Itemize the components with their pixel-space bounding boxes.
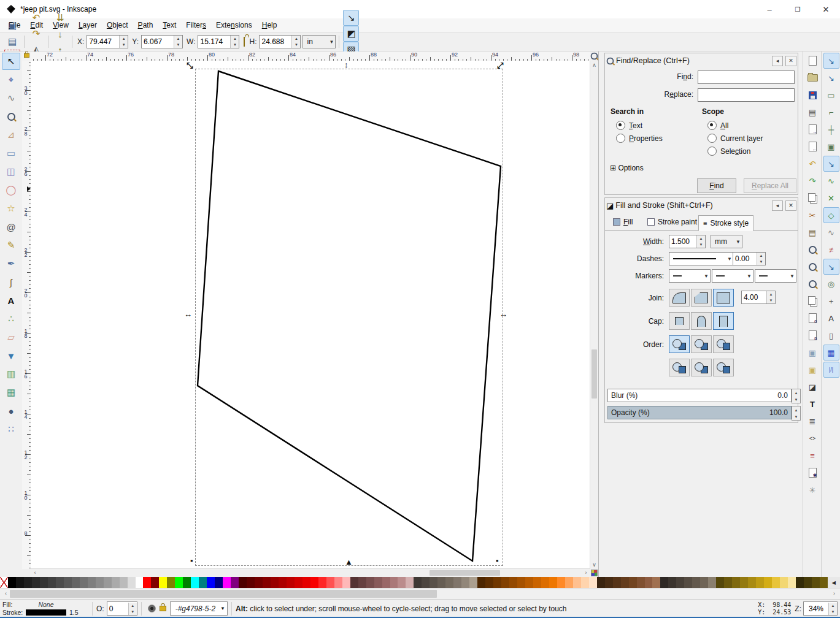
print-document[interactable]: ▤: [804, 104, 820, 120]
palette-swatch[interactable]: [350, 577, 358, 588]
palette-scroll-thumb[interactable]: [10, 590, 437, 598]
handle-scale-w[interactable]: ↔: [184, 311, 192, 318]
vertical-ruler[interactable]: 30282624222018161412108: [22, 61, 31, 569]
palette-swatch[interactable]: [64, 577, 72, 588]
eraser-tool[interactable]: ▱: [2, 329, 20, 346]
palette-swatch[interactable]: [279, 577, 287, 588]
snap-bbox-centers[interactable]: ▣: [823, 139, 839, 154]
palette-swatch[interactable]: [382, 577, 390, 588]
group-objects[interactable]: ▣: [804, 345, 820, 360]
duplicate[interactable]: [804, 293, 820, 309]
miter-limit-spinbox[interactable]: ▲▼: [741, 291, 776, 304]
palette-swatch[interactable]: [652, 577, 660, 588]
palette-swatch[interactable]: [597, 577, 605, 588]
palette-swatch[interactable]: [621, 577, 629, 588]
palette-scroll-left[interactable]: ‹: [2, 590, 10, 597]
palette-swatch[interactable]: [8, 577, 16, 588]
snap-bbox-corners[interactable]: ⌐: [823, 104, 839, 120]
zoom-to-page[interactable]: [804, 276, 820, 292]
palette-swatch[interactable]: [820, 577, 828, 588]
vertical-scroll-thumb[interactable]: [591, 349, 597, 399]
palette-swatch[interactable]: [437, 577, 445, 588]
palette-swatch[interactable]: [676, 577, 684, 588]
unlink-clone[interactable]: a: [804, 327, 820, 343]
create-clone[interactable]: a: [804, 310, 820, 326]
palette-swatch[interactable]: [485, 577, 493, 588]
lower-to-bottom[interactable]: ⇊: [52, 10, 68, 26]
open-document[interactable]: [804, 70, 820, 86]
palette-swatch[interactable]: [406, 577, 414, 588]
find-input[interactable]: [698, 71, 795, 84]
handle-scale-e[interactable]: ↔: [499, 311, 507, 318]
panel-collapse-button[interactable]: ◂: [772, 200, 783, 211]
calligraphy-tool[interactable]: ʃ: [2, 273, 20, 291]
palette-swatch[interactable]: [724, 577, 732, 588]
snap-to-paths[interactable]: ∿: [823, 173, 839, 189]
tab-fill[interactable]: Fill: [609, 215, 637, 229]
scroll-up-arrow[interactable]: ∧: [590, 62, 598, 68]
palette-swatch[interactable]: [342, 577, 350, 588]
palette-swatch[interactable]: [263, 577, 271, 588]
palette-swatch[interactable]: [183, 577, 191, 588]
join-miter-button[interactable]: [713, 289, 734, 307]
snap-bbox-edge-midpoints[interactable]: ┼: [823, 121, 839, 137]
w-input[interactable]: [198, 36, 230, 47]
palette-swatch[interactable]: [740, 577, 748, 588]
cap-butt-button[interactable]: [669, 312, 690, 330]
snap-cusp-nodes[interactable]: ◇: [823, 207, 839, 223]
palette-swatch[interactable]: [366, 577, 374, 588]
snap-path-intersections[interactable]: ✕: [823, 190, 839, 206]
radio-scope-all[interactable]: All: [707, 121, 728, 130]
palette-swatch[interactable]: [573, 577, 581, 588]
undo[interactable]: ↶: [804, 156, 820, 172]
snap-other-points[interactable]: ↘: [823, 259, 839, 275]
eyedropper-tool[interactable]: ●: [2, 402, 20, 419]
snap-nodes-paths-handles[interactable]: ↘: [823, 156, 839, 172]
palette-swatch[interactable]: [756, 577, 764, 588]
palette-swatch[interactable]: [390, 577, 398, 588]
handle-rotate-ne[interactable]: ⤢: [497, 62, 503, 69]
document-properties[interactable]: ✱: [804, 465, 820, 481]
h-input[interactable]: [260, 36, 291, 47]
handle-rotate-se[interactable]: ▪: [496, 557, 499, 565]
palette-swatch[interactable]: [788, 577, 796, 588]
palette-swatch[interactable]: [764, 577, 772, 588]
palette-swatch[interactable]: [509, 577, 517, 588]
opacity-spinner[interactable]: ▲▼: [792, 406, 801, 421]
snap-guides[interactable]: |/|: [823, 362, 839, 378]
palette-swatch[interactable]: [692, 577, 700, 588]
zoom-tool[interactable]: [2, 108, 20, 125]
maximize-button[interactable]: ❐: [784, 0, 812, 18]
palette-swatch[interactable]: [589, 577, 597, 588]
find-replace-header[interactable]: Find/Replace (Ctrl+F) ◂ ✕: [605, 53, 798, 67]
handle-scale-n[interactable]: ↕: [344, 61, 349, 69]
zoom-to-selection[interactable]: [804, 242, 820, 258]
palette-swatch[interactable]: [469, 577, 477, 588]
selector-tool[interactable]: ↖: [2, 53, 20, 70]
paint-order-sfm-button[interactable]: [713, 335, 734, 353]
x-input[interactable]: [87, 36, 119, 47]
palette-swatch[interactable]: [605, 577, 613, 588]
marker-start-dropdown[interactable]: ▼: [669, 269, 711, 283]
node-editor-tool[interactable]: ⌖: [2, 71, 20, 88]
paint-order-smf-button[interactable]: [669, 359, 690, 376]
pencil-tool[interactable]: ✎: [2, 237, 20, 254]
palette-swatch[interactable]: [112, 577, 120, 588]
palette-swatch[interactable]: [104, 577, 112, 588]
open-text-dialog[interactable]: T: [804, 396, 820, 412]
palette-swatch[interactable]: [310, 577, 318, 588]
h-spinner[interactable]: ▲▼: [291, 36, 300, 48]
radio-search-properties[interactable]: Properties: [616, 134, 663, 143]
fill-value[interactable]: None: [26, 601, 66, 609]
palette-swatch[interactable]: [780, 577, 788, 588]
palette-swatch[interactable]: [812, 577, 820, 588]
lock-width-height-icon[interactable]: [244, 37, 245, 47]
snap-bounding-boxes[interactable]: ↘: [823, 70, 839, 86]
palette-swatch[interactable]: [32, 577, 40, 588]
palette-swatch[interactable]: [748, 577, 756, 588]
palette-swatch[interactable]: [660, 577, 668, 588]
find-button[interactable]: Find: [697, 178, 736, 193]
palette-swatch[interactable]: [430, 577, 437, 588]
palette-swatch[interactable]: [557, 577, 565, 588]
palette-swatch[interactable]: [48, 577, 56, 588]
